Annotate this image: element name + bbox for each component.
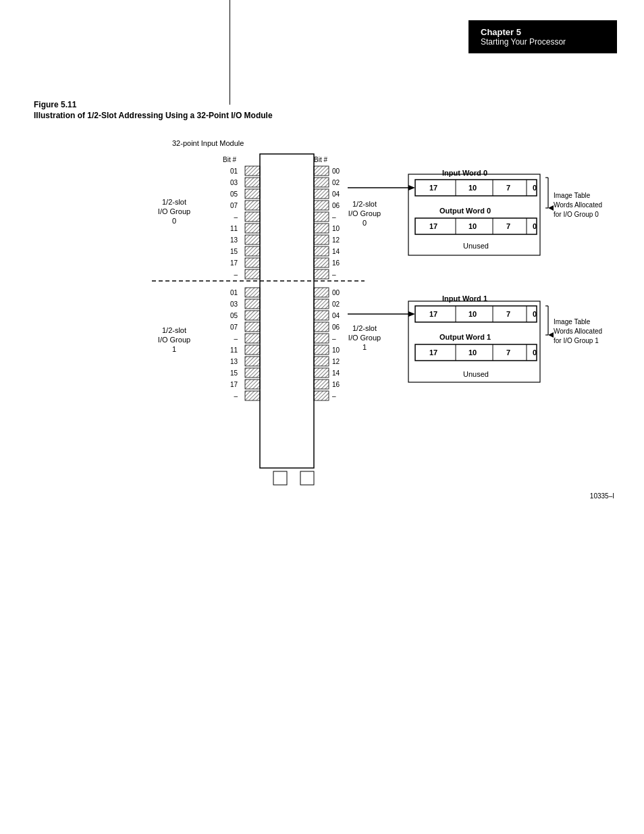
bit-g1-11: 11 — [230, 346, 238, 354]
left-vertical-line — [230, 0, 230, 105]
bit-g1-05: 05 — [230, 312, 238, 319]
group0-label-right2: I/O Group — [348, 209, 381, 217]
connector-g0-r8-right — [314, 246, 329, 256]
iw1-cell-17: 17 — [429, 310, 437, 318]
ow0-cell-10: 10 — [468, 222, 477, 230]
figure-title: Illustration of 1/2-Slot Addressing Usin… — [34, 111, 621, 120]
image-table-0-line1: Image Table — [554, 192, 591, 199]
connector-g0-r9-right — [314, 258, 329, 267]
ow0-cell-7: 7 — [506, 222, 510, 230]
bit-header-right: Bit # — [314, 156, 327, 163]
bit-g1-dash2: – — [234, 392, 238, 400]
module-rect — [260, 154, 314, 468]
bit-g1r-dash2: – — [332, 392, 336, 400]
connector-g1-r5-left — [245, 334, 260, 343]
iw0-cell-7: 7 — [506, 184, 510, 192]
connector-g1-r10-left — [245, 391, 260, 400]
bit-g1-17: 17 — [230, 381, 238, 388]
group1-label-right: 1/2-slot — [352, 324, 377, 332]
group0-label-right: 1/2-slot — [352, 200, 377, 208]
ow1-cell-7: 7 — [506, 348, 510, 357]
bit-g0-17: 17 — [230, 259, 238, 267]
connector-g1-r4-left — [245, 322, 260, 332]
image-table-0-line2: Words Allocated — [554, 201, 602, 209]
bottom-conn-1 — [273, 471, 287, 485]
connector-g1-r3-right — [314, 311, 329, 320]
image-table-1-line1: Image Table — [554, 318, 591, 325]
image-table-0-line3: for I/O Group 0 — [554, 211, 599, 218]
bit-g0-11: 11 — [230, 225, 238, 232]
bit-g0r-14: 14 — [332, 248, 340, 255]
chapter-header: Chapter 5 Starting Your Processor — [468, 20, 617, 53]
module-label: 32-point Input Module — [172, 139, 244, 147]
connector-g0-r7-left — [245, 235, 260, 244]
connector-g0-r2-right — [314, 178, 329, 187]
bit-g0r-00: 00 — [332, 167, 340, 175]
image-table-1-line3: for I/O Group 1 — [554, 337, 599, 344]
connector-g0-r5-right — [314, 212, 329, 221]
connector-g1-r8-left — [245, 368, 260, 377]
brace-g1-arrow — [548, 332, 554, 338]
group0-label-right3: 0 — [363, 219, 367, 227]
bit-g1-03: 03 — [230, 301, 238, 308]
bit-g0r-02: 02 — [332, 179, 340, 186]
bit-g0-01: 01 — [230, 167, 238, 175]
connector-g0-r1-left — [245, 166, 260, 176]
connector-g1-r8-right — [314, 368, 329, 377]
connector-g0-r1-right — [314, 166, 329, 176]
bit-g1-13: 13 — [230, 358, 238, 365]
bit-g0r-dash1: – — [332, 213, 336, 221]
bit-g1r-04: 04 — [332, 312, 340, 319]
bit-g0-dash1: – — [234, 213, 238, 221]
ow1-cell-17: 17 — [429, 348, 437, 357]
ow0-cell-0: 0 — [533, 222, 537, 230]
bit-g1r-00: 00 — [332, 289, 340, 296]
bit-g1-dash1: – — [234, 335, 238, 342]
group1-label-left3: 1 — [172, 345, 176, 353]
group0-label-left3: 0 — [172, 217, 176, 225]
bit-g0-07: 07 — [230, 202, 238, 209]
bit-g1r-10: 10 — [332, 346, 340, 354]
bit-g1r-16: 16 — [332, 381, 340, 388]
connector-g1-r2-right — [314, 299, 329, 309]
connector-g1-r4-right — [314, 322, 329, 332]
figure-container: Figure 5.11 Illustration of 1/2-Slot Add… — [34, 100, 621, 504]
iw0-cell-10: 10 — [468, 184, 477, 192]
connector-g1-r3-left — [245, 311, 260, 320]
iw0-cell-0: 0 — [533, 184, 537, 192]
connector-g0-r9-left — [245, 258, 260, 267]
output-word-0-label: Output Word 0 — [439, 207, 491, 215]
group1-label-right3: 1 — [363, 343, 367, 351]
bit-g1r-dash1: – — [332, 335, 336, 342]
diagram-svg: 32-point Input Module Bit # Bit # — [34, 134, 621, 502]
bit-g1r-02: 02 — [332, 301, 340, 308]
chapter-subtitle: Starting Your Processor — [481, 37, 605, 47]
bit-g0r-04: 04 — [332, 190, 340, 198]
bit-g1r-06: 06 — [332, 323, 340, 331]
arrow-g0-input-head — [408, 185, 415, 190]
connector-g0-r2-left — [245, 178, 260, 187]
arrow-g1-input-head — [408, 311, 415, 317]
bit-g0r-16: 16 — [332, 259, 340, 267]
bit-g1-15: 15 — [230, 369, 238, 377]
connector-g0-r3-left — [245, 189, 260, 199]
output-word-1-label: Output Word 1 — [439, 333, 491, 341]
figure-number: Figure 5.11 — [34, 100, 621, 109]
input-word-0-label: Input Word 0 — [442, 169, 487, 177]
bit-g1r-12: 12 — [332, 358, 340, 365]
group1-label-left: 1/2-slot — [162, 326, 186, 334]
connector-g1-r6-right — [314, 345, 329, 355]
bit-g0-13: 13 — [230, 236, 238, 244]
bit-g1r-14: 14 — [332, 369, 340, 377]
connector-g1-r7-left — [245, 357, 260, 366]
bit-g0-05: 05 — [230, 190, 238, 198]
iw0-cell-17: 17 — [429, 184, 437, 192]
connector-g0-r5-left — [245, 212, 260, 221]
group1-label-right2: I/O Group — [348, 334, 381, 342]
connector-g0-r6-right — [314, 224, 329, 233]
bit-g0-dash2: – — [234, 271, 238, 278]
group0-label-left: 1/2-slot — [162, 198, 186, 206]
connector-g0-r3-right — [314, 189, 329, 199]
bottom-conn-2 — [300, 471, 314, 485]
ow1-cell-10: 10 — [468, 348, 477, 357]
